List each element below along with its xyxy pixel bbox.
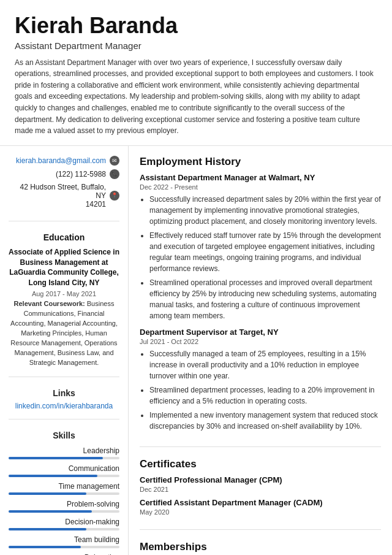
job-title: Assistant Department Manager at Walmart,… xyxy=(140,173,381,182)
coursework-text: Business Communications, Financial Accou… xyxy=(10,300,118,366)
left-column: kierah.baranda@gmail.com ✉ (122) 112-598… xyxy=(0,146,129,555)
job-date: Jul 2021 - Oct 2022 xyxy=(140,338,381,345)
skill-name: Problem-solving xyxy=(9,500,119,508)
skill-name: Time management xyxy=(9,482,119,491)
skill-name: Leadership xyxy=(9,446,119,455)
education-degree: Associate of Applied Science in Business… xyxy=(9,247,119,288)
skill-bar-bg xyxy=(9,546,119,548)
certificate-item: Certified Professional Manager (CPM) Dec… xyxy=(140,475,381,493)
contact-address: 42 Hudson Street, Buffalo, NY14201 📍 xyxy=(9,183,119,209)
job-bullet: Streamlined department processes, leadin… xyxy=(149,385,381,407)
skill-name: Delegation xyxy=(9,553,119,556)
job-entry: Assistant Department Manager at Walmart,… xyxy=(140,173,381,321)
job-bullet: Implemented a new inventory management s… xyxy=(149,410,381,432)
job-bullets: Successfully managed a team of 25 employ… xyxy=(140,348,381,432)
skill-bar-fill xyxy=(9,546,81,548)
skill-bar-bg xyxy=(9,510,119,513)
certificates-heading: Certificates xyxy=(140,458,381,470)
memberships-section: Memberships 1. International Association… xyxy=(140,541,381,555)
phone-icon: 📞 xyxy=(110,169,119,179)
candidate-title: Assistant Department Manager xyxy=(15,40,377,51)
contact-email: kierah.baranda@gmail.com ✉ xyxy=(9,156,119,166)
job-title: Department Supervisor at Target, NY xyxy=(140,327,381,337)
memberships-heading: Memberships xyxy=(140,541,381,553)
phone-text: (122) 112-5988 xyxy=(56,170,106,178)
job-bullet: Successfully managed a team of 25 employ… xyxy=(149,348,381,381)
candidate-name: Kierah Baranda xyxy=(15,13,377,38)
skill-bar-fill xyxy=(9,475,97,477)
jobs-list: Assistant Department Manager at Walmart,… xyxy=(140,173,381,432)
employment-heading: Employment History xyxy=(140,156,381,168)
skill-bar-bg xyxy=(9,457,119,459)
contact-phone: (122) 112-5988 📞 xyxy=(9,169,119,179)
skill-item: Team building xyxy=(9,535,119,548)
skill-item: Time management xyxy=(9,482,119,495)
employment-section: Employment History Assistant Department … xyxy=(140,156,381,447)
email-icon: ✉ xyxy=(110,156,119,166)
skill-item: Problem-solving xyxy=(9,500,119,513)
candidate-summary: As an Assistant Department Manager with … xyxy=(15,57,377,137)
header-section: Kierah Baranda Assistant Department Mana… xyxy=(0,0,392,146)
cert-name: Certified Assistant Department Manager (… xyxy=(140,498,381,507)
skills-list: Leadership Communication Time management… xyxy=(9,446,119,556)
certificates-list: Certified Professional Manager (CPM) Dec… xyxy=(140,475,381,516)
skill-bar-fill xyxy=(9,528,86,530)
address-icon: 📍 xyxy=(110,191,119,201)
skill-item: Communication xyxy=(9,464,119,477)
certificate-item: Certified Assistant Department Manager (… xyxy=(140,498,381,516)
job-entry: Department Supervisor at Target, NY Jul … xyxy=(140,327,381,432)
job-bullet: Successfully increased department sales … xyxy=(149,194,381,227)
skill-bar-fill xyxy=(9,492,86,495)
education-section: Education Associate of Applied Science i… xyxy=(9,232,119,377)
right-column: Employment History Assistant Department … xyxy=(129,146,392,555)
skills-section: Skills Leadership Communication Time man… xyxy=(9,431,119,556)
job-bullet: Streamlined operational processes and im… xyxy=(149,277,381,321)
education-heading: Education xyxy=(9,232,119,242)
skills-heading: Skills xyxy=(9,431,119,440)
skill-bar-bg xyxy=(9,492,119,495)
education-coursework: Relevant Coursework: Business Communicat… xyxy=(9,299,119,368)
job-date: Dec 2022 - Present xyxy=(140,183,381,191)
resume-wrapper: Kierah Baranda Assistant Department Mana… xyxy=(0,0,392,555)
cert-name: Certified Professional Manager (CPM) xyxy=(140,475,381,484)
cert-date: May 2020 xyxy=(140,508,381,516)
job-bullets: Successfully increased department sales … xyxy=(140,194,381,321)
coursework-label: Relevant Coursework: xyxy=(14,300,85,307)
skill-item: Decision-making xyxy=(9,518,119,530)
skill-item: Delegation xyxy=(9,553,119,556)
links-section: Links linkedin.com/in/kierahbaranda xyxy=(9,388,119,419)
job-bullet: Effectively reduced staff turnover rate … xyxy=(149,230,381,274)
skill-name: Decision-making xyxy=(9,518,119,526)
skill-item: Leadership xyxy=(9,446,119,459)
body-columns: kierah.baranda@gmail.com ✉ (122) 112-598… xyxy=(0,146,392,555)
email-link[interactable]: kierah.baranda@gmail.com xyxy=(16,156,106,165)
skill-bar-fill xyxy=(9,510,92,513)
linkedin-link-container: linkedin.com/in/kierahbaranda xyxy=(9,402,119,410)
education-date: Aug 2017 - May 2021 xyxy=(9,290,119,297)
skill-bar-fill xyxy=(9,457,103,459)
contact-section: kierah.baranda@gmail.com ✉ (122) 112-598… xyxy=(9,156,119,221)
address-text: 42 Hudson Street, Buffalo, NY14201 xyxy=(9,183,106,209)
cert-date: Dec 2021 xyxy=(140,486,381,493)
certificates-section: Certificates Certified Professional Mana… xyxy=(140,458,381,530)
skill-bar-bg xyxy=(9,528,119,530)
skill-name: Team building xyxy=(9,535,119,544)
skill-name: Communication xyxy=(9,464,119,473)
links-heading: Links xyxy=(9,388,119,398)
linkedin-link[interactable]: linkedin.com/in/kierahbaranda xyxy=(15,402,113,410)
skill-bar-bg xyxy=(9,475,119,477)
